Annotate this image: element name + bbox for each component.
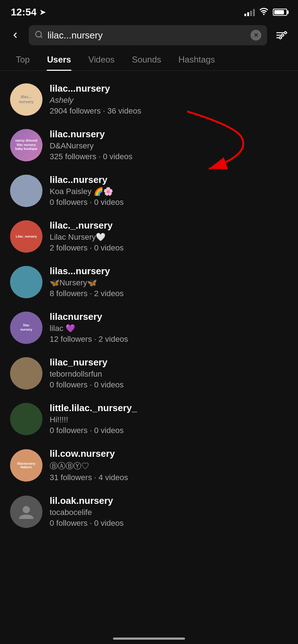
avatar: nancy dimondlilac nurserybaby boutique — [10, 129, 42, 161]
svg-point-7 — [279, 37, 281, 39]
display-name: lilac 💜 — [50, 324, 288, 333]
list-item[interactable]: lilac...nursery lilac...nursery Ashely 2… — [0, 77, 298, 122]
avatar: Lilac_nursery — [10, 220, 42, 253]
search-icon — [35, 30, 43, 40]
filter-button[interactable] — [273, 26, 291, 44]
signal-icon — [244, 8, 255, 16]
user-info: lilac_nursery teborndollsrfun 0 follower… — [50, 357, 288, 390]
list-item[interactable]: lilacnurseryReborn lil.cow.nursery ⒷⒶⒷⓎ♡… — [0, 442, 298, 489]
display-name: ⒷⒶⒷⓎ♡ — [50, 461, 288, 472]
username: lilacnursery — [50, 311, 288, 322]
svg-point-0 — [36, 31, 41, 37]
wifi-icon — [259, 8, 268, 17]
username: lil.oak.nursery — [50, 495, 288, 506]
username: lilac._.nursery — [50, 220, 288, 231]
list-item[interactable]: nancy dimondlilac nurserybaby boutique l… — [0, 122, 298, 168]
stats: 8 followers · 2 videos — [50, 289, 288, 298]
username: lilac..nursery — [50, 174, 288, 185]
tab-bar: Top Users Videos Sounds Hashtags — [0, 49, 298, 71]
stats: 0 followers · 0 videos — [50, 426, 288, 435]
tab-top[interactable]: Top — [7, 49, 39, 70]
svg-line-1 — [41, 36, 42, 38]
avatar: lilac...nursery — [10, 83, 42, 116]
display-name: Lilac Nursery🤍 — [50, 233, 288, 242]
list-item[interactable]: little.lilac._nursery_ Hi!!!!! 0 followe… — [0, 396, 298, 442]
user-info: lilac._.nursery Lilac Nursery🤍 2 followe… — [50, 220, 288, 253]
time-display: 12:54 — [11, 6, 37, 18]
avatar — [10, 175, 42, 207]
stats: 12 followers · 2 videos — [50, 335, 288, 344]
username: lil.cow.nursery — [50, 448, 288, 459]
status-time: 12:54 ➤ — [11, 6, 46, 18]
svg-point-9 — [23, 506, 30, 513]
list-item[interactable]: lil.oak.nursery tocabocelife 0 followers… — [0, 489, 298, 534]
tab-hashtags[interactable]: Hashtags — [170, 49, 224, 70]
clear-button[interactable]: ✕ — [250, 30, 261, 41]
tab-users[interactable]: Users — [39, 49, 80, 70]
display-name: tocabocelife — [50, 508, 288, 517]
display-name: Ashely — [50, 96, 288, 105]
location-icon: ➤ — [40, 8, 46, 17]
avatar: lilacnursery — [10, 312, 42, 344]
svg-point-6 — [281, 34, 284, 36]
user-list: lilac...nursery lilac...nursery Ashely 2… — [0, 74, 298, 537]
user-info: lilac..nursery Koa Paisley 🌈🌸 0 follower… — [50, 174, 288, 207]
svg-point-5 — [284, 32, 286, 34]
stats: 2904 followers · 36 videos — [50, 106, 288, 116]
tab-videos[interactable]: Videos — [80, 49, 123, 70]
user-info: lilac.nursery D&ANursery 325 followers ·… — [50, 129, 288, 161]
list-item[interactable]: lilac_nursery teborndollsrfun 0 follower… — [0, 350, 298, 396]
display-name: 🦋Nursery🦋 — [50, 278, 288, 288]
display-name: Hi!!!!! — [50, 415, 288, 424]
search-bar[interactable]: lilac...nursery ✕ — [29, 25, 267, 45]
stats: 2 followers · 0 videos — [50, 243, 288, 253]
user-info: little.lilac._nursery_ Hi!!!!! 0 followe… — [50, 402, 288, 435]
username: little.lilac._nursery_ — [50, 402, 288, 414]
home-indicator — [113, 638, 185, 640]
display-name: teborndollsrfun — [50, 369, 288, 379]
avatar — [10, 403, 42, 435]
list-item[interactable]: lilacnursery lilacnursery lilac 💜 12 fol… — [0, 305, 298, 350]
search-input[interactable]: lilac...nursery — [48, 30, 246, 41]
username: lilac.nursery — [50, 129, 288, 140]
username: lilas...nursery — [50, 266, 288, 277]
username: lilac...nursery — [50, 83, 288, 94]
display-name: D&ANursery — [50, 141, 288, 151]
list-item[interactable]: lilac..nursery Koa Paisley 🌈🌸 0 follower… — [0, 168, 298, 213]
display-name: Koa Paisley 🌈🌸 — [50, 187, 288, 196]
back-button[interactable] — [7, 27, 23, 43]
tab-sounds[interactable]: Sounds — [123, 49, 170, 70]
stats: 0 followers · 0 videos — [50, 380, 288, 390]
user-info: lil.cow.nursery ⒷⒶⒷⓎ♡ 31 followers · 4 v… — [50, 448, 288, 482]
stats: 0 followers · 0 videos — [50, 198, 288, 207]
avatar: lilacnurseryReborn — [10, 449, 42, 482]
stats: 325 followers · 0 videos — [50, 152, 288, 161]
list-item[interactable]: lilas...nursery 🦋Nursery🦋 8 followers · … — [0, 259, 298, 305]
user-info: lilac...nursery Ashely 2904 followers · … — [50, 83, 288, 116]
battery-icon — [273, 9, 287, 16]
status-bar: 12:54 ➤ — [0, 0, 298, 22]
user-info: lil.oak.nursery tocabocelife 0 followers… — [50, 495, 288, 528]
status-icons — [244, 8, 287, 17]
header: lilac...nursery ✕ — [0, 22, 298, 49]
stats: 31 followers · 4 videos — [50, 473, 288, 482]
avatar — [10, 496, 42, 528]
user-info: lilas...nursery 🦋Nursery🦋 8 followers · … — [50, 266, 288, 298]
stats: 0 followers · 0 videos — [50, 519, 288, 528]
list-item[interactable]: Lilac_nursery lilac._.nursery Lilac Nurs… — [0, 213, 298, 259]
avatar — [10, 357, 42, 390]
avatar — [10, 266, 42, 298]
user-info: lilacnursery lilac 💜 12 followers · 2 vi… — [50, 311, 288, 344]
username: lilac_nursery — [50, 357, 288, 368]
